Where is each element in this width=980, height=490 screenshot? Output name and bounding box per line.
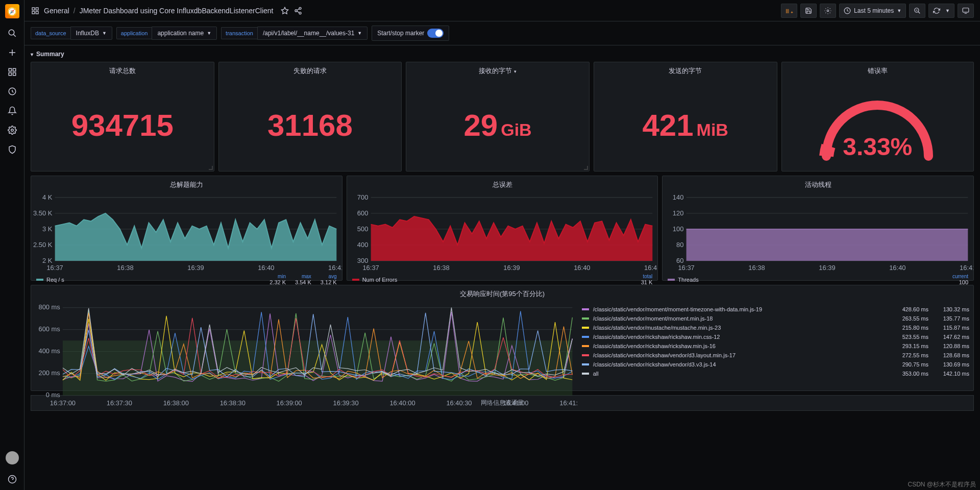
panel-title: 接收的字节 ▾ xyxy=(406,62,589,80)
plus-icon[interactable] xyxy=(8,48,17,57)
svg-text:16:39: 16:39 xyxy=(819,264,836,272)
panel-transaction-response[interactable]: 交易响应时间(第95个百分比) 0 ms200 ms400 ms600 ms80… xyxy=(31,285,974,391)
save-button[interactable] xyxy=(800,4,817,18)
marker-control[interactable]: Start/stop marker xyxy=(372,26,449,41)
stat-value: 421MiB xyxy=(642,110,728,141)
svg-text:800 ms: 800 ms xyxy=(38,304,60,311)
svg-text:3 K: 3 K xyxy=(42,225,53,233)
legend-row[interactable]: /classic/static/vendor/rickshaw/vendor/d… xyxy=(579,360,972,369)
legend-row[interactable]: /classic/static/vendor/rickshaw/vendor/d… xyxy=(579,351,972,360)
refresh-button[interactable]: ▼ xyxy=(928,4,954,18)
gauge-value: 3.33% xyxy=(843,133,912,161)
panel-title: 总解题能力 xyxy=(31,176,342,193)
legend-row[interactable]: all353.00 ms142.10 ms xyxy=(579,369,972,378)
alert-icon[interactable] xyxy=(8,106,17,115)
svg-text:16:40: 16:40 xyxy=(258,264,274,272)
star-icon[interactable] xyxy=(280,6,289,15)
avatar[interactable] xyxy=(6,451,19,464)
legend-label: Req / s xyxy=(46,277,64,283)
svg-text:16:38:00: 16:38:00 xyxy=(163,400,189,407)
legend-swatch xyxy=(36,279,43,281)
svg-text:16:40: 16:40 xyxy=(890,264,906,272)
var-datasource[interactable]: InfluxDB▼ xyxy=(70,27,112,40)
stat-value: 29GiB xyxy=(463,110,531,141)
var-label: transaction xyxy=(221,27,257,39)
panel-error-rate[interactable]: 错误率 3.33% xyxy=(781,62,974,172)
legend-swatch xyxy=(668,279,675,281)
legend-swatch xyxy=(582,308,589,310)
panel-title: 发送的字节 xyxy=(594,62,777,80)
legend-name: /classic/static/vendor/rickshaw/rickshaw… xyxy=(593,334,888,340)
page-title[interactable]: JMeter Dashboard using Core InfluxdbBack… xyxy=(80,7,274,15)
svg-line-20 xyxy=(297,11,300,13)
shield-icon[interactable] xyxy=(8,145,17,154)
legend-swatch xyxy=(582,373,589,375)
legend-row[interactable]: /classic/static/vendor/moment/moment.min… xyxy=(579,314,972,323)
svg-rect-6 xyxy=(9,73,11,76)
legend-row[interactable]: /classic/static/vendor/rickshaw/rickshaw… xyxy=(579,341,972,351)
legend-v1: 272.55 ms xyxy=(892,352,928,358)
legend-v2: 120.88 ms xyxy=(933,343,969,349)
panel-errors[interactable]: 总误差 30040050060070016:3716:3816:3916:401… xyxy=(347,176,658,281)
dashboards-icon[interactable] xyxy=(31,6,40,15)
share-icon[interactable] xyxy=(293,6,303,15)
section-toggle[interactable]: ▾Summary xyxy=(31,51,974,58)
svg-text:16:37: 16:37 xyxy=(362,264,379,272)
var-transaction[interactable]: /api/v1/label/__name__/values-31▼ xyxy=(257,27,368,40)
panel-throughput[interactable]: 总解题能力 2 K2.50 K3 K3.50 K4 K16:3716:3816:… xyxy=(31,176,342,281)
legend-row[interactable]: /classic/static/vendor/rickshaw/rickshaw… xyxy=(579,332,972,341)
explore-icon[interactable] xyxy=(8,87,17,96)
breadcrumb-folder[interactable]: General xyxy=(44,7,69,15)
variables-bar: data_sourceInfluxDB▼ applicationapplicat… xyxy=(24,21,980,45)
gear-icon[interactable] xyxy=(8,126,17,135)
var-application[interactable]: application name▼ xyxy=(152,27,217,40)
help-icon[interactable] xyxy=(8,475,17,484)
panel-title: 总误差 xyxy=(347,176,658,193)
svg-text:500: 500 xyxy=(357,225,369,233)
svg-text:3.50 K: 3.50 K xyxy=(33,209,53,217)
svg-text:600 ms: 600 ms xyxy=(38,326,60,333)
svg-text:80: 80 xyxy=(676,241,683,249)
svg-text:16:37:00: 16:37:00 xyxy=(50,400,76,407)
time-range-picker[interactable]: Last 5 minutes▼ xyxy=(839,4,906,18)
panel-requests-total[interactable]: 请求总数 934715 xyxy=(31,62,214,172)
grafana-logo[interactable]: 🧭 xyxy=(5,4,19,18)
legend-row[interactable]: /classic/static/vendor/mustache/mustache… xyxy=(579,323,972,332)
svg-text:16:38: 16:38 xyxy=(433,264,449,272)
cycle-view-button[interactable] xyxy=(958,4,974,18)
svg-rect-12 xyxy=(32,8,35,10)
legend-row[interactable]: /classic/static/vendor/moment/moment-tim… xyxy=(579,305,972,314)
svg-point-19 xyxy=(299,12,301,14)
panel-sent-bytes[interactable]: 发送的字节 421MiB xyxy=(594,62,777,172)
panel-threads[interactable]: 活动线程 608010012014016:3716:3816:3916:4016… xyxy=(662,176,974,281)
svg-rect-5 xyxy=(13,68,15,71)
marker-switch[interactable] xyxy=(427,29,444,38)
zoom-out-button[interactable] xyxy=(909,4,925,18)
settings-button[interactable] xyxy=(820,4,836,18)
svg-text:120: 120 xyxy=(673,209,684,217)
legend-v1: 290.75 ms xyxy=(892,361,928,368)
svg-text:400 ms: 400 ms xyxy=(38,348,60,355)
svg-text:16:40:00: 16:40:00 xyxy=(389,400,415,407)
svg-point-0 xyxy=(9,30,14,35)
panel-received-bytes[interactable]: 接收的字节 ▾ 29GiB xyxy=(406,62,590,172)
legend-v2: 142.10 ms xyxy=(933,371,969,377)
svg-text:16:41: 16:41 xyxy=(960,264,973,272)
dashboards-icon[interactable] xyxy=(8,67,17,77)
watermark: CSDN @杉木不是程序员 xyxy=(908,480,976,489)
svg-text:16:39: 16:39 xyxy=(503,264,520,272)
svg-rect-15 xyxy=(36,11,38,14)
search-icon[interactable] xyxy=(8,29,17,38)
topbar: General / JMeter Dashboard using Core In… xyxy=(24,0,980,21)
add-panel-button[interactable]: ⫼₊ xyxy=(781,4,797,18)
legend-name: /classic/static/vendor/rickshaw/vendor/d… xyxy=(593,352,888,358)
svg-rect-4 xyxy=(9,68,11,71)
svg-text:16:37: 16:37 xyxy=(46,264,63,272)
svg-text:16:41:30: 16:41:30 xyxy=(559,400,577,407)
svg-text:16:37: 16:37 xyxy=(678,264,695,272)
svg-text:16:41: 16:41 xyxy=(328,264,342,272)
svg-point-17 xyxy=(299,7,301,9)
legend-name: /classic/static/vendor/moment/moment-tim… xyxy=(593,306,888,312)
panel-failed-requests[interactable]: 失败的请求 31168 xyxy=(218,62,402,172)
legend-v2: 135.77 ms xyxy=(933,315,969,322)
